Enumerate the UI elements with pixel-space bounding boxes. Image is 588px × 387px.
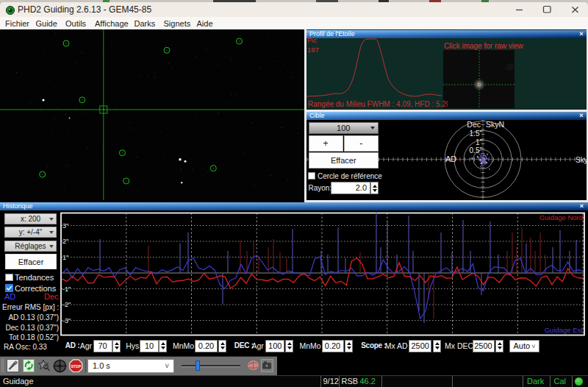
svg-text:Dec: Dec (467, 120, 481, 129)
svg-text:-1": -1" (62, 285, 71, 293)
svg-text:SkyE: SkyE (576, 156, 587, 164)
svg-text:AD: AD (445, 155, 456, 163)
svg-text:-3": -3" (62, 317, 71, 324)
svg-text:1.5": 1.5" (470, 129, 483, 138)
svg-text:Guidage Nord: Guidage Nord (539, 213, 583, 221)
svg-text:2": 2" (62, 238, 68, 245)
svg-text:1": 1" (62, 254, 68, 261)
svg-text:0.5": 0.5" (470, 146, 483, 155)
svg-text:3": 3" (62, 222, 68, 230)
svg-text:STOP: STOP (71, 363, 81, 368)
svg-text:-2": -2" (62, 301, 71, 308)
svg-text:SkyN: SkyN (486, 120, 504, 129)
svg-text:Guidage Est: Guidage Est (545, 326, 584, 334)
svg-text:1": 1" (476, 138, 483, 146)
